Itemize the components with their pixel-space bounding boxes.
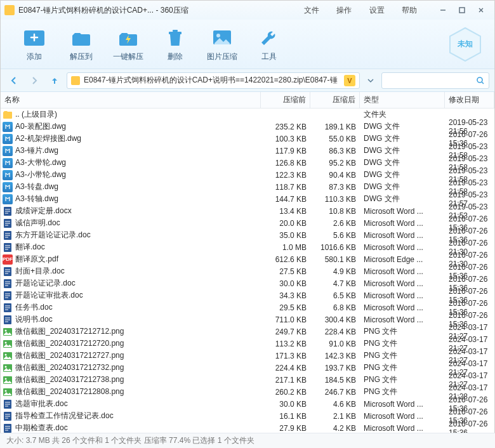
size-before: 122.3 KB [261, 171, 310, 180]
size-before: 117.9 KB [261, 147, 310, 155]
svg-point-18 [5, 329, 7, 331]
path-box[interactable]: E0847-锤片式饲料粉碎机的设计CAD+说明书==1422021=280.zi… [67, 72, 360, 89]
format-badge: 未知 [446, 25, 484, 63]
svg-rect-3 [173, 30, 178, 32]
size-after: 142.3 KB [310, 352, 360, 360]
file-row[interactable]: 选题审批表.doc30.0 KB4.6 KBMicrosoft Word ...… [1, 398, 494, 410]
file-name: 微信截图_20240317212727.png [15, 350, 261, 361]
col-type[interactable]: 类型 [360, 92, 445, 108]
file-name: 选题审批表.doc [15, 399, 261, 409]
file-name: 诚信声明.doc [15, 218, 261, 228]
size-before: 260.2 KB [261, 388, 310, 397]
file-row[interactable]: 任务书.doc29.5 KB6.8 KBMicrosoft Word ...20… [1, 301, 494, 313]
file-row[interactable]: 微信截图_20240317212727.png171.3 KB142.3 KBP… [1, 350, 494, 362]
file-row[interactable]: 微信截图_20240317212712.png249.7 KB228.4 KBP… [1, 326, 494, 338]
file-row[interactable]: 开题论证记录.doc30.0 KB4.7 KBMicrosoft Word ..… [1, 277, 494, 289]
file-name: 微信截图_20240317212720.png [15, 338, 261, 349]
app-icon [4, 5, 15, 15]
file-row[interactable]: A3-大带轮.dwg126.8 KB95.2 KBDWG 文件2019-05-2… [1, 157, 494, 169]
file-type: Microsoft Word ... [360, 231, 445, 240]
file-row[interactable]: A3-锤片.dwg117.9 KB86.3 KBDWG 文件2019-05-23… [1, 145, 494, 157]
size-after: 193.7 KB [310, 364, 360, 372]
file-row[interactable]: A3-转轴.dwg144.7 KB110.3 KBDWG 文件2019-05-2… [1, 193, 494, 205]
size-before: 249.7 KB [261, 327, 310, 336]
file-name: 翻译原文.pdf [15, 254, 261, 265]
column-headers: 名称 压缩前 压缩后 类型 修改日期 [1, 92, 494, 109]
trash-icon [162, 26, 188, 49]
size-after: 184.5 KB [310, 376, 360, 385]
size-before: 30.0 KB [261, 400, 310, 409]
file-type: Microsoft Word ... [360, 243, 445, 252]
file-row[interactable]: 东方开题论证记录.doc35.0 KB5.6 KBMicrosoft Word … [1, 229, 494, 241]
file-row[interactable]: 微信截图_20240317212720.png113.2 KB91.0 KBPN… [1, 338, 494, 350]
file-row[interactable]: 微信截图_20240317212732.png224.4 KB193.7 KBP… [1, 362, 494, 374]
file-row[interactable]: 成绩评定册.docx13.4 KB10.8 KBMicrosoft Word .… [1, 205, 494, 217]
col-size-before[interactable]: 压缩前 [261, 92, 310, 108]
menu-settings[interactable]: 设置 [369, 6, 385, 15]
size-before: 100.3 KB [261, 135, 310, 143]
one-click-extract-button[interactable]: 一键解压 [105, 26, 152, 62]
size-after: 580.1 KB [310, 255, 360, 264]
parent-dir-row[interactable]: .. (上级目录)文件夹 [1, 109, 494, 121]
forward-button[interactable] [26, 72, 43, 89]
file-type: DWG 文件 [360, 145, 445, 156]
maximize-button[interactable] [452, 3, 472, 17]
size-after: 2.1 KB [310, 412, 360, 421]
minimize-button[interactable] [433, 3, 452, 17]
image-compress-button[interactable]: 图片压缩 [199, 26, 246, 62]
svg-point-24 [5, 366, 7, 367]
size-after: 300.4 KB [310, 315, 360, 324]
file-row[interactable]: A3-小带轮.dwg122.3 KB90.4 KBDWG 文件2019-05-2… [1, 169, 494, 181]
file-type: Microsoft Word ... [360, 412, 445, 421]
file-row[interactable]: 封面+目录.doc27.5 KB4.9 KBMicrosoft Word ...… [1, 265, 494, 277]
delete-button[interactable]: 删除 [152, 26, 199, 62]
file-row[interactable]: A0-装配图.dwg235.2 KB189.1 KBDWG 文件2019-05-… [1, 121, 494, 133]
col-name[interactable]: 名称 [1, 92, 261, 108]
path-dropdown[interactable] [364, 72, 378, 89]
menu-help[interactable]: 帮助 [402, 6, 417, 15]
svg-rect-0 [459, 8, 465, 13]
window-title: E0847-锤片式饲料粉碎机的设计CAD+... - 360压缩 [18, 5, 188, 16]
back-button[interactable] [6, 72, 22, 89]
file-row[interactable]: 开题论证审批表.doc34.3 KB6.5 KBMicrosoft Word .… [1, 289, 494, 301]
file-name: 翻译.doc [15, 242, 261, 253]
image-icon [209, 26, 235, 49]
size-before: 1.0 MB [261, 243, 310, 252]
file-type: DWG 文件 [360, 157, 445, 168]
menu-operate[interactable]: 操作 [336, 6, 352, 15]
menu-file[interactable]: 文件 [304, 6, 319, 15]
file-row[interactable]: 翻译.doc1.0 MB1016.6 KBMicrosoft Word ...2… [1, 241, 494, 253]
file-name: A2-机架焊接图.dwg [15, 133, 261, 144]
file-type: Microsoft Word ... [360, 400, 445, 409]
file-name: 开题论证记录.doc [15, 278, 261, 289]
col-date[interactable]: 修改日期 [445, 92, 494, 108]
file-row[interactable]: 微信截图_20240317212808.png260.2 KB246.7 KBP… [1, 386, 494, 398]
file-row[interactable]: 说明书.doc711.0 KB300.4 KBMicrosoft Word ..… [1, 313, 494, 326]
size-before: 20.0 KB [261, 219, 310, 228]
file-row[interactable]: PDF翻译原文.pdf612.6 KB580.1 KBMicrosoft Edg… [1, 253, 494, 265]
file-name: A3-锤片.dwg [15, 145, 261, 156]
file-type: DWG 文件 [360, 194, 445, 204]
add-button[interactable]: 添加 [11, 26, 58, 62]
extract-to-button[interactable]: 解压到 [58, 26, 105, 62]
close-button[interactable] [472, 3, 491, 17]
tools-button[interactable]: 工具 [246, 26, 293, 62]
file-row[interactable]: 指导检查工作情况登记表.doc16.1 KB2.1 KBMicrosoft Wo… [1, 410, 494, 422]
pathbar: E0847-锤片式饲料粉碎机的设计CAD+说明书==1422021=280.zi… [1, 69, 494, 92]
file-name: 任务书.doc [15, 302, 261, 313]
size-before: 13.4 KB [261, 207, 310, 216]
file-row[interactable]: A3-转盘.dwg118.7 KB87.3 KBDWG 文件2019-05-23… [1, 181, 494, 193]
flash-icon [116, 26, 141, 49]
svg-point-5 [216, 34, 220, 37]
file-row[interactable]: A2-机架焊接图.dwg100.3 KB55.0 KBDWG 文件2016-07… [1, 133, 494, 145]
size-after: 6.5 KB [310, 291, 360, 300]
file-row[interactable]: 诚信声明.doc20.0 KB2.6 KBMicrosoft Word ...2… [1, 217, 494, 229]
file-row[interactable]: 微信截图_20240317212738.png217.1 KB184.5 KBP… [1, 374, 494, 386]
col-size-after[interactable]: 压缩后 [310, 92, 360, 108]
up-button[interactable] [46, 72, 63, 89]
file-type: PNG 文件 [360, 350, 445, 361]
size-after: 86.3 KB [310, 147, 360, 155]
search-box[interactable] [381, 72, 489, 89]
file-type: Microsoft Word ... [360, 424, 445, 433]
file-name: A0-装配图.dwg [15, 121, 261, 132]
